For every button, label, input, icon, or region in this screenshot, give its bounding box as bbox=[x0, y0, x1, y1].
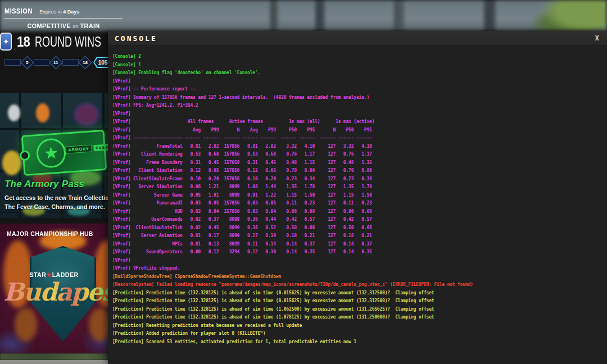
progress-bar-segment bbox=[5, 60, 20, 65]
close-button[interactable]: X bbox=[595, 34, 599, 42]
console-line: [Prediction] Prediction time (132.328125… bbox=[112, 313, 607, 322]
armory-item-art bbox=[36, 103, 49, 122]
console-line: [VProf] Server Game 0.05 1.01 8099 0.91 … bbox=[112, 192, 607, 200]
armory-pass-ticket-banner: ARMORY PASS bbox=[65, 143, 111, 154]
console-line: [VProf] All frames Active frames 1s max … bbox=[112, 118, 607, 126]
milestone-badge: 18 bbox=[78, 56, 92, 69]
console-line: [VProf] Summary of 157056 frames and 127… bbox=[112, 94, 607, 102]
console-line: [Console] Enabling flag 'donotecho' on c… bbox=[112, 69, 607, 78]
console-title: CONSOLE bbox=[115, 34, 157, 43]
armory-pass-subtitle-1: Get access to the new Train Collection. bbox=[4, 194, 114, 201]
console-line: [Prediction] Prediction time (132.328125… bbox=[112, 297, 607, 306]
armory-item-art bbox=[76, 106, 97, 124]
console-line: [Prediction] Scanned 53 entities, activa… bbox=[112, 338, 607, 347]
mission-header: MISSION Expires in 4 Days bbox=[0, 0, 127, 15]
console-line: [VProf] UserCommands 0.02 0.37 8099 0.36… bbox=[112, 216, 607, 224]
console-lines[interactable]: [Console] 2[Console] 1[Console] Enabling… bbox=[108, 46, 607, 364]
mission-mode: COMPETITIVE on TRAIN bbox=[3, 22, 124, 29]
armory-pass-ticket-art: ★ ARMORY PASS bbox=[21, 130, 107, 176]
console-line: [VProf] PanoramaUI 0.03 0.05 157056 0.03… bbox=[112, 199, 607, 208]
armory-pass-title: The Armory Pass bbox=[4, 179, 84, 190]
console-line: [VProf] -- Performance report -- bbox=[112, 85, 607, 94]
console-line: [VProf] Server Animation 0.01 0.17 8099 … bbox=[112, 232, 607, 240]
console-line: [VProf] Server Simulation 0.06 1.21 8099… bbox=[112, 183, 607, 192]
mission-divider bbox=[4, 18, 123, 19]
console-line: [VProf] Frame Boundary 0.31 0.45 157056 … bbox=[112, 159, 607, 167]
mission-progress-track: 51118105 bbox=[4, 57, 112, 68]
app-screen: MISSION Expires in 4 Days COMPETITIVE on… bbox=[0, 0, 607, 364]
console-line: [Prediction] Added prediction for player… bbox=[112, 330, 607, 338]
armory-pass-subtitle-2: The Fever Case, Charms, and more. bbox=[4, 203, 105, 210]
mission-goal-text: ROUND WINS bbox=[35, 34, 101, 50]
console-line: [VProf] bbox=[112, 110, 607, 119]
console-line: [VProf] bbox=[112, 78, 607, 86]
mission-expires: Expires in 4 Days bbox=[39, 9, 79, 15]
console-line: [VProf] FrameTotal 0.81 2.82 157056 0.81… bbox=[112, 143, 607, 151]
console-line: [Prediction] Prediction time (132.328125… bbox=[112, 306, 607, 314]
console-header: CONSOLE X bbox=[108, 31, 607, 46]
star-emblem-icon: ★ bbox=[35, 138, 67, 169]
mission-goal-number: 18 bbox=[17, 33, 30, 51]
console-line: [VProf] HUD 0.03 0.04 157056 0.03 0.04 0… bbox=[112, 208, 607, 216]
console-line: [VProf] NPCs 0.01 0.13 8099 0.11 0.14 0.… bbox=[112, 240, 607, 249]
console-line: [Prediction] Prediction time (132.328125… bbox=[112, 289, 607, 298]
console-window: CONSOLE X [Console] 2[Console] 1[Console… bbox=[108, 31, 607, 364]
milestone-badge: 11 bbox=[49, 56, 63, 69]
console-line: [VProf] ClientSimulateTick 0.02 0.45 809… bbox=[112, 224, 607, 233]
progress-bar-segment bbox=[63, 60, 78, 65]
competitive-mode-icon: ✦ bbox=[0, 33, 12, 51]
armory-item-art bbox=[2, 151, 21, 175]
console-line: [VProf] ClientSimulateFrame 0.10 0.20 15… bbox=[112, 175, 607, 184]
mission-mode-connector: on bbox=[73, 24, 78, 29]
mission-mode-map: TRAIN bbox=[80, 22, 100, 29]
mission-expires-prefix: Expires in bbox=[39, 9, 62, 15]
console-line: [VProf] ------------------- ------ -----… bbox=[112, 134, 607, 143]
milestone-badge: 5 bbox=[20, 56, 34, 69]
mission-label: MISSION bbox=[4, 7, 33, 15]
crest-ornament-art bbox=[15, 308, 37, 342]
console-line: [VProf] VProfLite stopped. bbox=[112, 265, 607, 273]
console-line: [Prediction] Resetting prediction state … bbox=[112, 322, 607, 330]
console-line: [VProf] SoundOperators 0.00 0.12 3294 0.… bbox=[112, 248, 607, 257]
console-line: [VProf] FPS: Avg=1241.2, P1=354.2 bbox=[112, 102, 607, 110]
console-line: [VProf] bbox=[112, 257, 607, 265]
console-line: [VProf] Client Rendering 0.53 0.68 15705… bbox=[112, 151, 607, 159]
console-line: [VProf] Client Simulation 0.12 0.65 1570… bbox=[112, 167, 607, 175]
ticket-word-armory: ARMORY bbox=[65, 145, 92, 154]
mission-expires-days: 4 Days bbox=[63, 9, 79, 15]
progress-bar-segment bbox=[34, 60, 49, 65]
major-hub-title: MAJOR CHAMPIONSHIP HUB bbox=[7, 230, 93, 237]
console-line: [VProf] Avg P99 N Avg P99 P50 P95 N P50 … bbox=[112, 126, 607, 135]
console-line: [Console] 1 bbox=[112, 61, 607, 70]
console-line: [ResourceSystem] Failed loading resource… bbox=[112, 281, 607, 289]
console-line: [BuildSparseShadowTree] CSparseShadowTre… bbox=[112, 273, 607, 281]
console-line: [Console] 2 bbox=[112, 53, 607, 61]
armory-item-art bbox=[8, 104, 20, 121]
mission-mode-type: COMPETITIVE bbox=[28, 22, 71, 29]
